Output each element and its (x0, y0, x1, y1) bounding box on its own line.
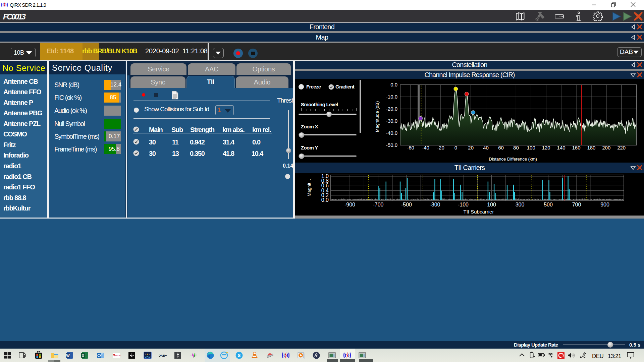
svg-text:S: S (238, 353, 241, 358)
svg-text:BOSCH: BOSCH (114, 355, 120, 357)
svg-text:-300: -300 (429, 202, 440, 207)
svg-text:900: 900 (600, 202, 609, 207)
svg-text:Magnitude (dB): Magnitude (dB) (375, 101, 380, 132)
svg-text:DAB+: DAB+ (159, 354, 167, 357)
svg-text:-50.0: -50.0 (386, 142, 397, 148)
svg-text:60: 60 (498, 145, 504, 150)
svg-text:300: 300 (516, 202, 525, 207)
svg-text:-40.0: -40.0 (386, 130, 397, 136)
svg-text:Distance Difference (km): Distance Difference (km) (489, 157, 537, 162)
svg-text:-100: -100 (458, 202, 469, 207)
svg-text:120: 120 (542, 145, 550, 150)
svg-text:0: 0 (454, 145, 457, 150)
svg-text:500: 500 (544, 202, 553, 207)
svg-text:20: 20 (468, 145, 474, 150)
svg-text:700: 700 (572, 202, 581, 207)
svg-text:220: 220 (617, 145, 626, 150)
svg-text:-10.0: -10.0 (386, 94, 397, 100)
svg-text:-700: -700 (373, 202, 383, 207)
svg-text:160: 160 (572, 145, 580, 150)
svg-text:40: 40 (483, 145, 489, 150)
svg-text:-30.0: -30.0 (386, 118, 397, 124)
svg-text:200: 200 (602, 145, 610, 150)
svg-text:100: 100 (487, 202, 496, 207)
svg-text:180: 180 (587, 145, 595, 150)
svg-text:-40: -40 (422, 145, 429, 150)
svg-text:80: 80 (513, 145, 519, 150)
svg-text:100: 100 (527, 145, 535, 150)
svg-text:140: 140 (557, 145, 566, 150)
svg-text:0.0: 0.0 (390, 82, 397, 87)
svg-text:-20.0: -20.0 (386, 106, 397, 112)
svg-text:TII Subcarrier: TII Subcarrier (464, 209, 494, 215)
svg-text:-900: -900 (344, 202, 355, 207)
svg-text:X: X (82, 354, 85, 358)
svg-text:Magnit...: Magnit... (307, 179, 312, 196)
svg-text:-20: -20 (437, 145, 444, 150)
svg-text:1.0: 1.0 (321, 173, 329, 179)
svg-text:W: W (66, 354, 70, 358)
svg-text:-60: -60 (407, 145, 414, 150)
svg-text:-500: -500 (401, 202, 412, 207)
svg-text:DAB: DAB (145, 355, 151, 358)
